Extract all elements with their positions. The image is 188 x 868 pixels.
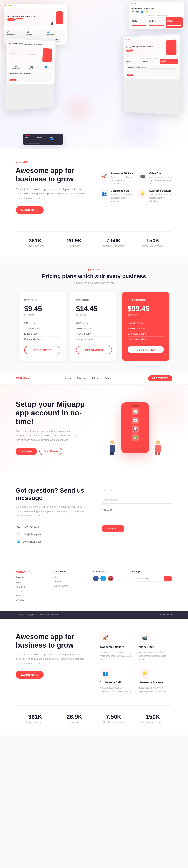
final-stat-label-1: Active Downloads xyxy=(20,721,51,724)
footer-top-area: MIJUAPP Browse Home Features Overview Sc… xyxy=(16,570,172,611)
footer-signup-button[interactable]: → xyxy=(164,576,172,581)
pc1-btn[interactable]: GET xyxy=(132,25,146,27)
hero-main-section: Setup your Mijuapp app account in no-tim… xyxy=(0,385,188,471)
facebook-icon[interactable]: f xyxy=(93,576,99,581)
submit-button[interactable]: SUBMIT xyxy=(102,525,124,532)
tablet-r-phone xyxy=(166,39,177,55)
tablet-mockup-left: MIJUAPP Setup your Mijuapp app account i… xyxy=(5,37,56,111)
tablet-content-left: MIJUAPP Setup your Mijuapp app account i… xyxy=(7,38,55,84)
pc3-price: $99.45 xyxy=(167,20,181,22)
pricing-tag: PRICING xyxy=(16,269,172,271)
feature-icon-3: 👥 xyxy=(100,189,109,198)
tablet-rpc2-label: Premium xyxy=(143,62,158,63)
mockup-free-btn[interactable]: Start Free xyxy=(15,19,23,21)
tablet-rpc-2: $14.45 Premium xyxy=(142,59,159,64)
mockup-features-label: Features loved by our users xyxy=(5,28,65,29)
nav-link-contact[interactable]: Contact xyxy=(105,377,113,380)
enterprise-feat-1: Unlimited Projects xyxy=(128,321,164,326)
footer-link-features[interactable]: Features xyxy=(16,586,47,588)
feat-icon-1: 🚀 xyxy=(6,31,24,33)
mockup-features-row: 🚀 Awesome Stickers Duis aute irure dolor… xyxy=(5,30,65,37)
email-icon: ✉️ xyxy=(16,532,21,537)
contact-email-text: info@mijuapp.com xyxy=(23,533,43,536)
person-left-leg-1 xyxy=(110,452,112,455)
feature-cta-button[interactable]: LEARN MORE xyxy=(16,206,44,214)
tablet-feat-1: 🚀 Awesome Stickers xyxy=(9,64,24,70)
final-section: Awesome app for business to grow Duis au… xyxy=(0,619,188,735)
final-stat-label-4: Instagram Followers xyxy=(137,721,168,724)
message-textarea[interactable] xyxy=(102,506,172,522)
hero-website-section: MIJUAPP Home Features Pricing Contact GE… xyxy=(0,372,188,471)
email-input[interactable] xyxy=(102,496,172,503)
footer-link-ios[interactable]: iOS xyxy=(54,576,85,579)
feat-desc-1: Duis aute irure dolor reprehend xyxy=(6,35,24,36)
hero-description: Sed ut perspiciatis unde omnis iste natu… xyxy=(16,429,82,442)
contact-phone-item: 📞 +1 94 7896335 xyxy=(16,524,86,530)
tablet-r-submit[interactable]: SUBMIT xyxy=(127,74,133,76)
footer-social-icons: f t 📸 xyxy=(93,576,124,581)
hero-free-button[interactable]: Start Free ▶ xyxy=(39,447,62,455)
final-feature-4: ⭐ Awesome Stickers Duis aute irure dolor… xyxy=(139,668,172,693)
footer-link-home[interactable]: Home xyxy=(16,581,47,584)
footer-mock-dl-2: Android xyxy=(37,140,49,141)
twitter-icon[interactable]: t xyxy=(101,576,106,581)
starter-cta-button[interactable]: GET STARTED xyxy=(24,346,60,354)
stat-item-4: 150K Instagram Followers xyxy=(134,238,172,247)
tablet-submit-btn[interactable]: SUBMIT xyxy=(9,80,16,82)
main-nav: MIJUAPP Home Features Pricing Contact GE… xyxy=(0,372,188,385)
tablet-phone-illus xyxy=(42,49,52,62)
tablet-form-line-2 xyxy=(10,75,52,76)
premium-feat-2: 50 GB Storage xyxy=(76,326,112,331)
pc3-btn[interactable]: GET xyxy=(167,25,181,27)
price-mockup-content: Awesome app for business to grow 🚀 📹 👥 ⭐… xyxy=(129,6,184,29)
contact-email-item: ✉️ info@mijuapp.com xyxy=(16,532,86,537)
person-right-leg-2 xyxy=(158,452,160,455)
price-card-1: Starter $9.45 /mo GET xyxy=(131,17,147,28)
tf-icon-1: 🚀 xyxy=(10,65,23,68)
footer-link-contact[interactable]: Contact xyxy=(16,598,47,601)
nav-links-group: Home Features Pricing Contact xyxy=(65,377,113,380)
person-left-leg-2 xyxy=(112,452,114,455)
footer-mock-link-3: Contact xyxy=(25,141,36,142)
nav-link-pricing[interactable]: Pricing xyxy=(92,377,99,380)
final-stat-4: 150K Instagram Followers xyxy=(134,713,172,724)
mockup-signup-btn[interactable]: SIGN UP xyxy=(7,19,15,21)
price-nav-dot-yellow xyxy=(133,3,134,4)
nav-link-features[interactable]: Features xyxy=(77,377,86,380)
tf-icon-3: 👥 xyxy=(40,66,52,68)
hero-signup-button[interactable]: SIGN UP xyxy=(16,447,37,455)
tablet-r-form-3 xyxy=(127,71,177,71)
tablet-r-signup[interactable]: SIGN UP xyxy=(126,50,133,52)
tablet-contact-title: Got question? Send us message xyxy=(10,72,52,74)
footer-mock-social xyxy=(50,138,62,140)
pc2-btn[interactable]: GET xyxy=(149,25,164,27)
final-feature-title-3: Conference Call xyxy=(100,681,133,684)
person-left-body xyxy=(110,445,115,452)
mockup-feat-1: 🚀 Awesome Stickers Duis aute irure dolor… xyxy=(5,30,25,37)
contact-form: SUBMIT xyxy=(102,487,172,532)
tablet-content-right: MIJUAPP Setup your Mijuapp app account i… xyxy=(123,34,180,79)
footer-email-input[interactable] xyxy=(132,576,164,581)
final-right-features: 🚀 Awesome Stickers Duis aute irure dolor… xyxy=(100,632,172,693)
enterprise-cta-button[interactable]: GET STARTED xyxy=(128,346,164,353)
stats-section: 381K Active Downloads 26.9K Downloads 7.… xyxy=(0,225,188,257)
tablet-r-contact: Got question? Send us message SUBMIT xyxy=(125,65,178,77)
final-icon-3: 👥 xyxy=(100,668,111,679)
person-right-body xyxy=(155,445,160,452)
footer-download-title: Download xyxy=(54,570,85,573)
stat-item-3: 7.50K Satisfied Customers xyxy=(94,238,134,247)
footer-link-desktop[interactable]: Desktop App xyxy=(54,584,85,587)
nav-link-home[interactable]: Home xyxy=(65,377,72,380)
footer-browse-title: Browse xyxy=(16,576,47,579)
footer-link-overview[interactable]: Overview xyxy=(16,590,47,593)
final-cta-button[interactable]: LEARN MORE xyxy=(16,671,44,679)
fullname-input[interactable] xyxy=(102,487,172,494)
instagram-icon[interactable]: 📸 xyxy=(108,576,113,581)
stat-item-1: 381K Active Downloads xyxy=(16,238,55,247)
pc1-name: Starter xyxy=(132,19,146,20)
nav-cta-button[interactable]: GET STARTED xyxy=(148,375,172,381)
premium-cta-button[interactable]: GET STARTED xyxy=(76,346,112,354)
footer-link-screens[interactable]: Screens xyxy=(16,594,47,597)
feature-description: Duis aute irure dolor in reprehenderit i… xyxy=(16,187,88,200)
footer-link-android[interactable]: Android xyxy=(54,580,85,583)
